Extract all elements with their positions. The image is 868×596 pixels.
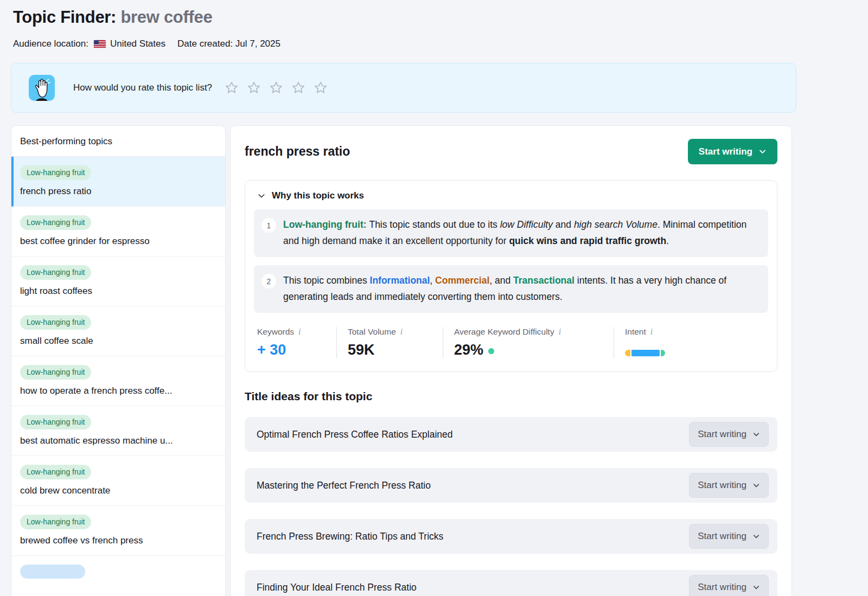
star-icon[interactable] bbox=[224, 80, 239, 95]
keywords-value: + 30 bbox=[257, 342, 336, 358]
date-created-value: Jul 7, 2025 bbox=[235, 39, 280, 49]
rating-banner: How would you rate this topic list? bbox=[11, 63, 796, 113]
chevron-down-icon bbox=[257, 191, 266, 200]
us-flag-icon bbox=[94, 40, 106, 48]
page-title-query: brew coffee bbox=[120, 8, 212, 27]
best-performing-topics-panel: Best-performing topics Low-hanging fruit… bbox=[11, 125, 226, 596]
topic-list: Low-hanging fruit french press ratio Low… bbox=[11, 157, 225, 596]
topic-title: french press ratio bbox=[20, 186, 216, 197]
topic-title: small coffee scale bbox=[20, 336, 216, 347]
why-point: 1 Low-hanging fruit: This topic stands o… bbox=[254, 209, 768, 257]
title-idea-row: Finding Your Ideal French Press Ratio St… bbox=[245, 570, 777, 596]
metric-keyword-difficulty: Average Keyword Difficulty i 29% bbox=[443, 327, 614, 358]
topic-title: light roast coffees bbox=[20, 286, 216, 297]
point-number-badge: 1 bbox=[261, 218, 276, 233]
start-writing-label: Start writing bbox=[699, 146, 752, 157]
audience-location-value: United States bbox=[110, 39, 165, 49]
topic-title: how to operate a french press coffe... bbox=[20, 386, 216, 396]
topic-title: cold brew concentrate bbox=[20, 485, 216, 496]
info-icon[interactable]: i bbox=[650, 327, 653, 337]
topic-badge bbox=[20, 565, 85, 579]
intent-label: Intent bbox=[625, 327, 646, 337]
title-idea-text: Optimal French Press Coffee Ratios Expla… bbox=[257, 429, 453, 440]
title-idea-text: Finding Your Ideal French Press Ratio bbox=[257, 582, 417, 593]
difficulty-label: Average Keyword Difficulty bbox=[454, 327, 554, 337]
topic-badge: Low-hanging fruit bbox=[20, 265, 91, 280]
star-icon[interactable] bbox=[313, 80, 328, 95]
info-icon[interactable]: i bbox=[298, 327, 301, 337]
page-title: Topic Finder: brew coffee bbox=[13, 8, 855, 27]
title-idea-text: French Press Brewing: Ratio Tips and Tri… bbox=[257, 531, 443, 542]
point-text: Low-hanging fruit: This topic stands out… bbox=[283, 216, 758, 249]
metric-total-volume: Total Volume i 59K bbox=[336, 327, 443, 358]
title-ideas-list: Optimal French Press Coffee Ratios Expla… bbox=[245, 417, 777, 596]
metric-intent: Intent i bbox=[614, 327, 768, 358]
topic-badge: Low-hanging fruit bbox=[20, 365, 91, 380]
topic-badge: Low-hanging fruit bbox=[20, 465, 91, 479]
audience-location-label: Audience location: bbox=[13, 39, 88, 49]
info-icon[interactable]: i bbox=[400, 327, 403, 337]
topic-list-item[interactable]: Low-hanging fruit best automatic espress… bbox=[11, 406, 225, 456]
chevron-down-icon bbox=[752, 584, 760, 591]
difficulty-value: 29% bbox=[454, 342, 614, 358]
topic-badge: Low-hanging fruit bbox=[20, 215, 91, 230]
rating-stars bbox=[224, 80, 328, 95]
raised-hand-icon bbox=[29, 75, 55, 101]
metric-keywords: Keywords i + 30 bbox=[254, 327, 336, 358]
title-idea-row: French Press Brewing: Ratio Tips and Tri… bbox=[245, 519, 777, 554]
why-topic-works-title: Why this topic works bbox=[272, 190, 364, 201]
start-writing-button[interactable]: Start writing bbox=[689, 422, 769, 447]
start-writing-button[interactable]: Start writing bbox=[689, 575, 769, 596]
title-ideas-heading: Title ideas for this topic bbox=[245, 390, 777, 403]
topic-badge: Low-hanging fruit bbox=[20, 415, 91, 430]
total-volume-label: Total Volume bbox=[348, 327, 396, 337]
keywords-label: Keywords bbox=[257, 327, 294, 337]
total-volume-value: 59K bbox=[348, 342, 443, 358]
why-point: 2 This topic combines Informational, Com… bbox=[254, 265, 768, 313]
why-topic-works-section: Why this topic works 1 Low-hanging fruit… bbox=[245, 180, 777, 372]
intent-bar bbox=[625, 350, 768, 356]
title-idea-row: Optimal French Press Coffee Ratios Expla… bbox=[245, 417, 777, 452]
star-icon[interactable] bbox=[291, 80, 306, 95]
start-writing-button[interactable]: Start writing bbox=[688, 139, 777, 164]
topic-list-item[interactable]: Low-hanging fruit small coffee scale bbox=[11, 306, 225, 356]
topic-list-item[interactable]: Low-hanging fruit brewed coffee vs frenc… bbox=[11, 506, 225, 556]
topic-title: brewed coffee vs french press bbox=[20, 535, 216, 546]
topic-title: best automatic espresso machine u... bbox=[20, 435, 216, 446]
why-topic-works-header[interactable]: Why this topic works bbox=[254, 189, 768, 201]
page-header: Topic Finder: brew coffee Audience locat… bbox=[0, 0, 868, 49]
topic-badge: Low-hanging fruit bbox=[20, 165, 91, 180]
topic-detail-panel: french press ratio Start writing Why thi… bbox=[230, 125, 792, 596]
star-icon[interactable] bbox=[269, 80, 284, 95]
point-text: This topic combines Informational, Comme… bbox=[283, 272, 758, 305]
start-writing-button[interactable]: Start writing bbox=[689, 473, 769, 498]
topic-list-item[interactable]: Low-hanging fruit french press ratio bbox=[11, 157, 225, 207]
start-writing-label: Start writing bbox=[698, 531, 746, 542]
rating-question: How would you rate this topic list? bbox=[73, 82, 212, 93]
topic-list-item[interactable]: Low-hanging fruit how to operate a frenc… bbox=[11, 356, 225, 406]
start-writing-button[interactable]: Start writing bbox=[689, 524, 769, 549]
chevron-down-icon bbox=[752, 533, 760, 540]
why-points: 1 Low-hanging fruit: This topic stands o… bbox=[254, 209, 768, 313]
topic-metrics: Keywords i + 30 Total Volume i 59K Avera… bbox=[254, 325, 768, 363]
chevron-down-icon bbox=[752, 482, 760, 489]
title-idea-row: Mastering the Perfect French Press Ratio… bbox=[245, 468, 777, 503]
page-title-prefix: Topic Finder: bbox=[13, 8, 116, 27]
topic-title: best coffee grinder for espresso bbox=[20, 236, 216, 247]
difficulty-status-dot bbox=[488, 348, 494, 354]
start-writing-label: Start writing bbox=[698, 480, 746, 491]
topic-list-item[interactable]: Low-hanging fruit light roast coffees bbox=[11, 257, 225, 306]
topic-badge: Low-hanging fruit bbox=[20, 515, 91, 529]
star-icon[interactable] bbox=[246, 80, 261, 95]
report-meta: Audience location: United States Date cr… bbox=[13, 39, 855, 49]
topic-badge: Low-hanging fruit bbox=[20, 315, 91, 330]
topic-list-item[interactable] bbox=[11, 556, 225, 596]
date-created-label: Date created: bbox=[177, 39, 233, 49]
info-icon[interactable]: i bbox=[559, 327, 561, 337]
topic-list-item[interactable]: Low-hanging fruit cold brew concentrate bbox=[11, 456, 225, 506]
chevron-down-icon bbox=[752, 431, 760, 438]
sidebar-title: Best-performing topics bbox=[11, 126, 225, 157]
topic-list-item[interactable]: Low-hanging fruit best coffee grinder fo… bbox=[11, 207, 225, 257]
title-idea-text: Mastering the Perfect French Press Ratio bbox=[257, 480, 431, 491]
chevron-down-icon bbox=[758, 148, 767, 156]
